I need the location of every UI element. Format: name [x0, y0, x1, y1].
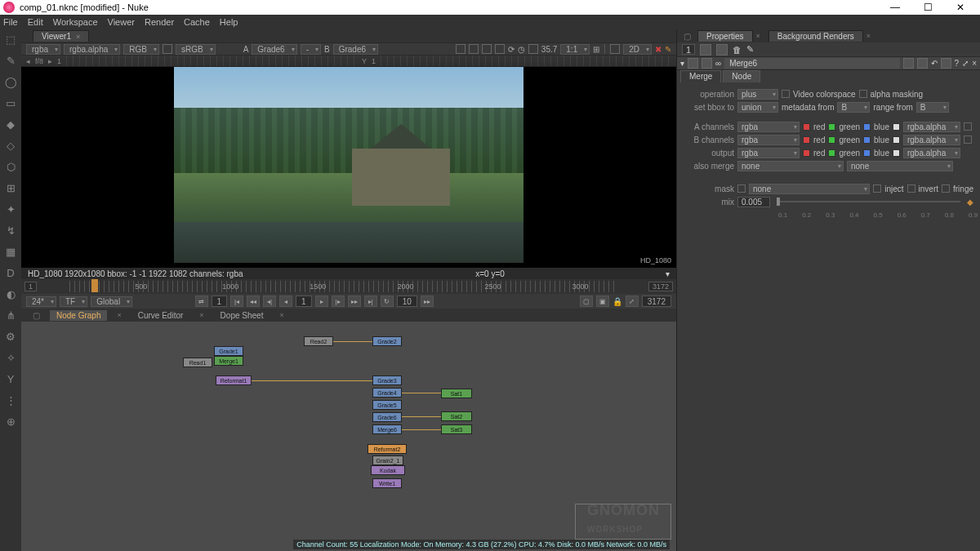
overlay-icon[interactable]	[610, 44, 620, 54]
float-icon[interactable]: ▢	[684, 32, 691, 41]
tool-5[interactable]: ◇	[4, 139, 17, 152]
hdr-icon-2[interactable]	[917, 58, 928, 69]
b-blue-checkbox[interactable]	[863, 136, 871, 144]
tool-7[interactable]: ⊞	[4, 181, 17, 194]
expand-icon[interactable]: ⤢	[626, 295, 639, 307]
tool-3[interactable]: ▭	[4, 96, 17, 109]
next-key-button[interactable]: ▸▸	[348, 295, 361, 307]
playhead[interactable]	[91, 279, 98, 292]
alpha-mask-checkbox[interactable]	[859, 90, 867, 98]
bbox-dropdown[interactable]: union	[737, 102, 778, 113]
lock-icon[interactable]	[700, 44, 711, 56]
viewer-ruler[interactable]: ◂ f/8 ▸ 1 Y 1	[21, 56, 676, 67]
node-name-field[interactable]: Merge6	[724, 58, 899, 69]
b-extra-checkbox[interactable]	[964, 136, 972, 144]
video-cs-checkbox[interactable]	[782, 90, 790, 98]
step-back-button[interactable]: ◂|	[263, 295, 276, 307]
also-merge-dropdown-1[interactable]: none	[737, 161, 844, 171]
node-reformat1[interactable]: Reformat1	[216, 375, 252, 385]
a-alpha-dropdown[interactable]: rgba.alpha	[903, 122, 960, 132]
tool-16[interactable]: Y	[4, 372, 17, 385]
channel-a-dropdown[interactable]: rgba	[26, 44, 60, 55]
anim-icon[interactable]: ◆	[967, 198, 973, 207]
refresh-icon[interactable]: ⟳	[508, 45, 514, 54]
step-size[interactable]: 10	[397, 295, 417, 307]
hdr-icon-3[interactable]	[941, 58, 951, 69]
help-icon[interactable]: ?	[955, 59, 960, 68]
a-red-checkbox[interactable]	[803, 123, 810, 131]
frame-start[interactable]: 1	[24, 282, 37, 291]
node-sat3[interactable]: Sat3	[441, 424, 472, 434]
lock-icon[interactable]: ✖	[655, 45, 662, 54]
out-frame[interactable]: 3172	[642, 295, 671, 307]
step-fwd-button[interactable]: |▸	[332, 295, 345, 307]
menu-edit[interactable]: Edit	[28, 17, 43, 27]
out-green-checkbox[interactable]	[828, 149, 835, 157]
menu-workspace[interactable]: Workspace	[53, 17, 98, 27]
tool-14[interactable]: ⚙	[4, 330, 17, 343]
close-icon[interactable]: ×	[972, 59, 977, 68]
play-back-button[interactable]: ◂	[279, 295, 292, 307]
tool-18[interactable]: ⊕	[4, 415, 17, 428]
skip-button[interactable]: ▸▸	[421, 295, 434, 307]
a-extra-checkbox[interactable]	[964, 122, 972, 131]
tool-17[interactable]: ⋮	[4, 393, 17, 407]
menu-cache[interactable]: Cache	[184, 17, 210, 27]
in-frame[interactable]: 1	[212, 295, 228, 307]
mask-enable-checkbox[interactable]	[737, 184, 746, 193]
input-b-dropdown[interactable]: Grade6	[333, 44, 378, 55]
wipe-dropdown[interactable]: -	[301, 44, 321, 55]
node-sat2[interactable]: Sat2	[441, 411, 472, 421]
tool-8[interactable]: ✦	[4, 202, 17, 216]
clear-icon[interactable]	[716, 44, 728, 56]
node-merge1[interactable]: Merge1	[214, 356, 243, 366]
zebra-icon[interactable]	[495, 44, 505, 54]
chevron-down-icon[interactable]: ▾	[666, 269, 670, 278]
chevron-down-icon[interactable]: ▾	[680, 59, 684, 68]
tab-node-graph[interactable]: Node Graph	[50, 310, 107, 321]
tab-properties[interactable]: Properties	[697, 30, 753, 42]
tool-15[interactable]: ✧	[4, 351, 17, 364]
frame-end[interactable]: 3172	[648, 282, 673, 291]
scope-dropdown[interactable]: Global	[91, 296, 132, 307]
tool-11[interactable]: D	[4, 266, 17, 279]
sync-icon[interactable]: ⇄	[195, 295, 208, 307]
node-grade3[interactable]: Grade3	[372, 375, 402, 385]
channel-b-dropdown[interactable]: rgba.alpha	[64, 44, 120, 55]
mask-dropdown[interactable]: none	[749, 184, 870, 194]
a-blue-checkbox[interactable]	[863, 123, 871, 131]
revert-icon[interactable]: ↶	[931, 59, 938, 68]
zoom-dropdown[interactable]: 1:1	[560, 44, 590, 55]
roi-icon[interactable]	[456, 44, 466, 54]
current-frame[interactable]: 1	[296, 295, 312, 307]
viewer-canvas[interactable]: HD_1080	[21, 67, 676, 268]
menu-file[interactable]: File	[3, 17, 18, 27]
tool-6[interactable]: ⬡	[4, 160, 17, 173]
a-alpha-checkbox[interactable]	[893, 123, 900, 131]
subtab-merge[interactable]: Merge	[680, 70, 721, 82]
render-icon[interactable]: ▢	[580, 295, 593, 307]
fringe-checkbox[interactable]	[942, 184, 950, 193]
fps-dropdown[interactable]: 24*	[26, 296, 56, 307]
b-alpha-dropdown[interactable]: rgba.alpha	[903, 135, 960, 145]
colorspace-dropdown[interactable]: sRGB	[176, 44, 216, 55]
menu-render[interactable]: Render	[145, 17, 174, 27]
link-icon[interactable]: ∞	[715, 59, 721, 68]
operation-dropdown[interactable]: plus	[737, 89, 778, 100]
tool-12[interactable]: ◐	[4, 287, 17, 300]
b-alpha-checkbox[interactable]	[893, 136, 900, 144]
tab-curve-editor[interactable]: Curve Editor	[131, 310, 190, 321]
tool-9[interactable]: ↯	[4, 224, 17, 237]
loop-button[interactable]: ↻	[381, 295, 394, 307]
tool-0[interactable]: ⬚	[4, 33, 17, 46]
viewer-tab[interactable]: Viewer1×	[33, 30, 89, 42]
node-reformat2[interactable]: Reformat2	[368, 444, 407, 454]
output-dropdown[interactable]: rgba	[737, 148, 800, 158]
trash-icon[interactable]: 🗑	[733, 45, 742, 55]
node-read2[interactable]: Read2	[304, 336, 333, 346]
float-icon[interactable]: ▢	[33, 311, 40, 320]
dimension-dropdown[interactable]: 2D	[623, 44, 652, 55]
input-a-dropdown[interactable]: Grade6	[252, 44, 296, 55]
b-green-checkbox[interactable]	[828, 136, 835, 144]
display-mode-dropdown[interactable]: RGB	[123, 44, 159, 55]
